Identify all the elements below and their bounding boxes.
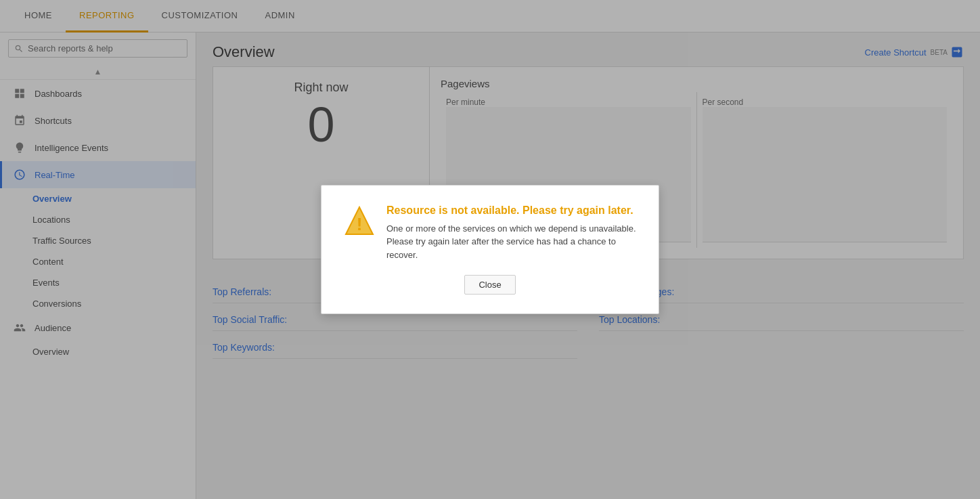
modal-footer: Close — [343, 275, 637, 295]
modal-content: Resource is not available. Please try ag… — [386, 204, 637, 262]
modal-header: ! Resource is not available. Please try … — [343, 204, 637, 262]
modal-box: ! Resource is not available. Please try … — [321, 185, 659, 315]
modal-title: Resource is not available. Please try ag… — [386, 204, 637, 217]
svg-text:!: ! — [357, 214, 363, 234]
modal-overlay: ! Resource is not available. Please try … — [0, 0, 980, 499]
warning-icon: ! — [343, 204, 376, 237]
modal-body-text: One or more of the services on which we … — [386, 222, 637, 262]
modal-close-button[interactable]: Close — [464, 275, 515, 295]
